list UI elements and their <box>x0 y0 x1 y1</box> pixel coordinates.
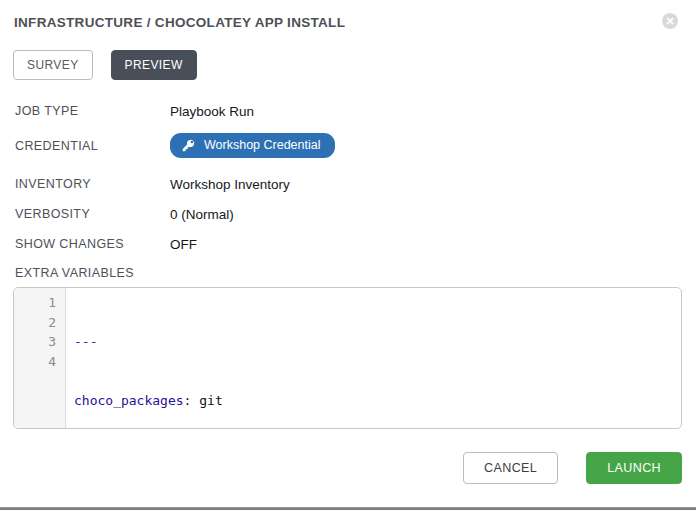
job-launch-preview-modal: INFRASTRUCTURE / CHOCOLATEY APP INSTALL … <box>0 0 696 515</box>
cancel-button[interactable]: CANCEL <box>463 452 558 484</box>
extra-variables-label: EXTRA VARIABLES <box>15 266 696 280</box>
verbosity-value: 0 (Normal) <box>170 207 234 222</box>
tab-survey[interactable]: SURVEY <box>13 50 93 80</box>
yaml-key: choco_packages <box>74 393 184 408</box>
job-type-value: Playbook Run <box>170 104 254 119</box>
credential-badge-label: Workshop Credential <box>204 138 321 152</box>
page-bottom-edge <box>0 507 696 510</box>
tab-preview[interactable]: PREVIEW <box>111 50 197 80</box>
show-changes-value: OFF <box>170 237 197 252</box>
close-icon[interactable]: ✕ <box>662 13 678 29</box>
line-number: 2 <box>14 313 56 333</box>
launch-button[interactable]: LAUNCH <box>586 452 682 484</box>
job-type-label: JOB TYPE <box>15 104 170 118</box>
code-line-2: choco_packages: git <box>74 391 681 411</box>
modal-footer: CANCEL LAUNCH <box>463 452 682 484</box>
line-number: 3 <box>14 332 56 352</box>
modal-header: INFRASTRUCTURE / CHOCOLATEY APP INSTALL <box>0 0 696 30</box>
line-number: 1 <box>14 293 56 313</box>
verbosity-label: VERBOSITY <box>15 207 170 221</box>
credential-label: CREDENTIAL <box>15 139 170 153</box>
row-credential: CREDENTIAL Workshop Credential <box>15 133 696 158</box>
yaml-plain: : git <box>184 393 223 408</box>
key-icon <box>182 139 195 152</box>
line-number: 4 <box>14 352 56 372</box>
editor-line-number-gutter: 1 2 3 4 <box>14 288 66 428</box>
yaml-doc-separator: --- <box>74 334 97 349</box>
show-changes-label: SHOW CHANGES <box>15 237 170 251</box>
credential-badge[interactable]: Workshop Credential <box>170 133 335 158</box>
row-show-changes: SHOW CHANGES OFF <box>15 236 696 252</box>
inventory-value: Workshop Inventory <box>170 177 290 192</box>
tab-bar: SURVEY PREVIEW <box>13 50 696 80</box>
row-inventory: INVENTORY Workshop Inventory <box>15 176 696 192</box>
editor-code-area[interactable]: --- choco_packages: git app_state: prese… <box>66 288 681 428</box>
row-job-type: JOB TYPE Playbook Run <box>15 103 696 119</box>
inventory-label: INVENTORY <box>15 177 170 191</box>
extra-variables-editor[interactable]: 1 2 3 4 --- choco_packages: git app_stat… <box>13 287 682 429</box>
modal-title: INFRASTRUCTURE / CHOCOLATEY APP INSTALL <box>14 15 682 30</box>
job-details: JOB TYPE Playbook Run CREDENTIAL Worksho… <box>15 103 696 252</box>
code-line-1: --- <box>74 332 681 352</box>
row-verbosity: VERBOSITY 0 (Normal) <box>15 206 696 222</box>
